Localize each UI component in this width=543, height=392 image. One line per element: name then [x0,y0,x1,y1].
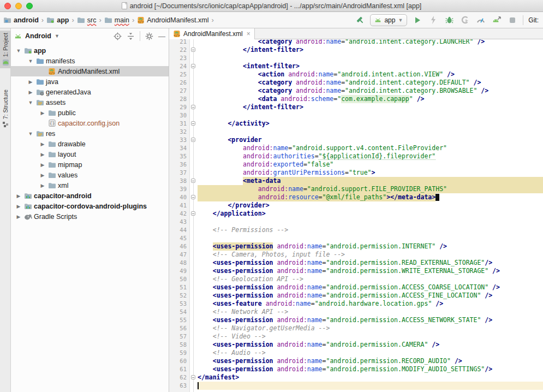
line-number[interactable]: 53 [169,300,189,308]
line-number[interactable]: 22 [169,46,189,54]
apply-changes-icon[interactable] [428,15,439,26]
code-line-28[interactable]: <data android:scheme="com.example.capapp… [198,95,543,103]
code-line-44[interactable]: <!-- Permissions --> [198,226,543,234]
fold-marker-icon[interactable] [191,138,195,142]
line-number[interactable]: 49 [169,267,189,275]
code-viewport[interactable]: 2122232425262728293031323334353637383940… [169,39,543,392]
tree-item-java[interactable]: ▶java [11,76,169,87]
tree-item-capacitor-android[interactable]: ▶capacitor-android [11,191,169,201]
tree-collapse-icon[interactable]: ▶ [38,141,47,147]
code-line-46[interactable]: <uses-permission android:name="android.p… [198,242,543,251]
line-number[interactable]: 42 [169,210,189,218]
code-line-31[interactable]: </activity> [198,120,543,128]
breadcrumb-item[interactable]: src [77,16,97,24]
attach-debugger-to-android-icon[interactable] [491,15,502,26]
line-number[interactable]: 40 [169,193,189,201]
line-number[interactable]: 34 [169,144,189,152]
line-number[interactable]: 54 [169,308,189,316]
fold-marker-icon[interactable] [191,105,195,109]
fold-marker-icon[interactable] [191,179,195,183]
code-line-38[interactable]: <meta-data [198,177,543,185]
stop-button[interactable] [507,15,518,26]
code-line-55[interactable]: <uses-permission android:name="android.p… [198,316,543,324]
tree-item-generatedjava[interactable]: ▶generatedJava [11,87,169,97]
line-number[interactable]: 62 [169,373,189,382]
build-hammer-icon[interactable] [354,15,365,26]
code-line-35[interactable]: android:authorities="${applicationId}.fi… [198,152,543,161]
code-line-32[interactable] [198,128,543,136]
tree-expand-icon[interactable]: ▼ [14,48,23,54]
line-number[interactable]: 57 [169,332,189,341]
line-number[interactable]: 51 [169,283,189,292]
tree-expand-icon[interactable]: ▼ [26,100,35,105]
tree-item-capacitor-cordova-android-plugins[interactable]: ▶capacitor-cordova-android-plugins [11,201,169,211]
code-line-30[interactable] [198,111,543,120]
line-number[interactable]: 50 [169,275,189,283]
project-view-selector[interactable]: Android [25,32,51,40]
code-line-29[interactable]: </intent-filter> [198,103,543,111]
code-line-25[interactable]: <action android:name="android.intent.act… [198,70,543,79]
tree-item-drawable[interactable]: ▶drawable [11,139,169,149]
line-number[interactable]: 39 [169,185,189,193]
code-line-24[interactable]: <intent-filter> [198,62,543,70]
line-number[interactable]: 47 [169,251,189,259]
tree-collapse-icon[interactable]: ▶ [38,183,47,188]
code-line-47[interactable]: <!-- Camera, Photos, input file --> [198,251,543,259]
code-line-33[interactable]: <provider [198,136,543,144]
tree-item-values[interactable]: ▶values [11,170,169,180]
code-line-21[interactable]: <category android:name="android.intent.c… [198,39,543,46]
close-window-button[interactable] [4,3,11,9]
code-line-36[interactable]: android:exported="false" [198,161,543,169]
line-number[interactable]: 56 [169,324,189,332]
fold-marker-icon[interactable] [191,195,195,199]
tree-item-layout[interactable]: ▶layout [11,149,169,159]
line-number[interactable]: 58 [169,341,189,349]
fold-marker-icon[interactable] [191,121,195,126]
tree-item-xml[interactable]: ▶xml [11,180,169,191]
line-number[interactable]: 33 [169,136,189,144]
line-number[interactable]: 61 [169,365,189,373]
fold-marker-icon[interactable] [191,375,195,379]
tree-item-res[interactable]: ▼res [11,128,169,139]
code-line-37[interactable]: android:grantUriPermissions="true"> [198,169,543,177]
line-number[interactable]: 21 [169,39,189,46]
line-number[interactable]: 46 [169,242,189,251]
line-number[interactable]: 26 [169,79,189,87]
line-number[interactable]: 35 [169,152,189,161]
line-number[interactable]: 28 [169,95,189,103]
tree-collapse-icon[interactable]: ▶ [38,173,47,178]
line-number[interactable]: 43 [169,218,189,226]
code-lines[interactable]: <category android:name="android.intent.c… [198,39,543,392]
tree-expand-icon[interactable]: ▼ [26,58,35,64]
code-line-54[interactable]: <!-- Network API --> [198,308,543,316]
profiler-button[interactable] [475,15,486,26]
line-number[interactable]: 24 [169,62,189,70]
tool-window-button-structure[interactable]: 7: Structure [0,87,11,130]
code-line-34[interactable]: android:name="android.support.v4.content… [198,144,543,152]
line-number[interactable]: 52 [169,292,189,300]
tree-collapse-icon[interactable]: ▶ [38,110,47,116]
line-number[interactable]: 23 [169,54,189,62]
tool-window-button-project[interactable]: 1: Project [0,31,11,68]
tree-item-gradle-scripts[interactable]: ▶Gradle Scripts [11,211,169,222]
line-number[interactable]: 44 [169,226,189,234]
git-branch-label[interactable]: Git: [528,16,539,24]
line-number[interactable]: 55 [169,316,189,324]
breadcrumb-item[interactable]: </>AndroidManifest.xml [137,16,208,24]
tree-item-capacitor-config-json[interactable]: {}capacitor.config.json [11,118,169,128]
locate-file-icon[interactable] [114,32,122,40]
coverage-button[interactable] [460,15,470,26]
line-number[interactable]: 59 [169,349,189,357]
fold-marker-icon[interactable] [191,64,195,68]
tree-item-app[interactable]: ▼app [11,45,169,56]
line-number[interactable]: 37 [169,169,189,177]
code-line-26[interactable]: <category android:name="android.intent.c… [198,79,543,87]
breadcrumb-item[interactable]: app [46,16,69,24]
line-number[interactable]: 27 [169,87,189,95]
line-number[interactable]: 25 [169,70,189,79]
code-line-41[interactable]: </provider> [198,201,543,210]
tree-item-androidmanifest-xml[interactable]: </>AndroidManifest.xml [11,66,169,76]
code-line-52[interactable]: <uses-permission android:name="android.p… [198,292,543,300]
code-line-53[interactable]: <uses-feature android:name="android.hard… [198,300,543,308]
code-line-39[interactable]: android:name="android.support.FILE_PROVI… [198,185,543,193]
